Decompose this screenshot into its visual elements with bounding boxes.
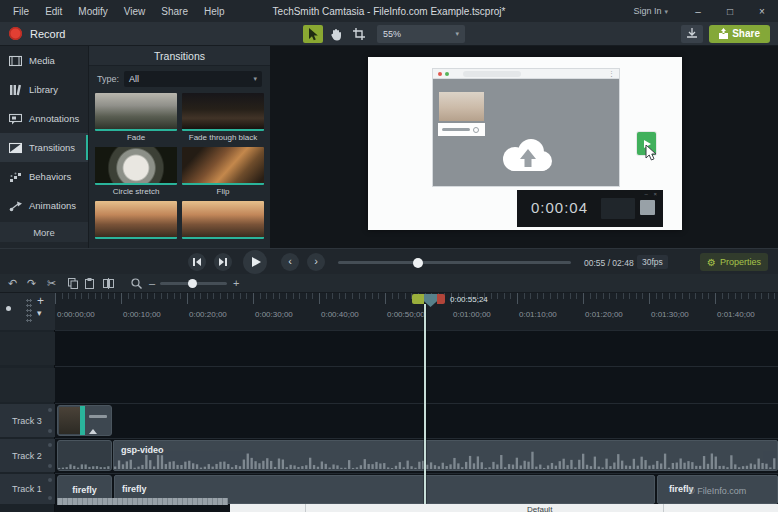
paste-icon	[85, 278, 94, 289]
transitions-icon	[8, 142, 22, 154]
transition-partial[interactable]	[182, 201, 264, 239]
transitions-grid: Fade Fade through black Circle stretch F…	[89, 91, 270, 241]
clip-track2-intro[interactable]	[57, 440, 112, 471]
transition-circle-stretch[interactable]: Circle stretch	[95, 147, 177, 196]
step-forward-button[interactable]	[214, 253, 232, 271]
transition-flip[interactable]: Flip	[182, 147, 264, 196]
callout-marker-icon	[89, 429, 97, 434]
transition-partial[interactable]	[95, 201, 177, 239]
pan-tool-button[interactable]	[326, 25, 346, 43]
transition-fade[interactable]: Fade	[95, 93, 177, 142]
panel-title: Transitions	[89, 46, 270, 66]
crop-icon	[353, 28, 365, 40]
divider	[305, 504, 306, 512]
clip-thumbnail	[59, 407, 80, 434]
sidebar-item-behaviors[interactable]: Behaviors	[0, 162, 88, 191]
transition-fade-through-black[interactable]: Fade through black	[182, 93, 264, 142]
step-backward-button[interactable]	[188, 253, 206, 271]
library-icon	[8, 84, 22, 96]
undo-button[interactable]: ↶	[8, 276, 17, 291]
record-indicator-dot	[6, 306, 11, 311]
playhead-in-handle[interactable]	[412, 294, 424, 304]
toolbar: Record 55% ▾ Share	[0, 22, 778, 46]
previous-clip-button[interactable]: ‹	[281, 253, 299, 271]
menu-edit[interactable]: Edit	[38, 3, 69, 20]
sidebar-item-media[interactable]: Media	[0, 46, 88, 75]
next-clip-button[interactable]: ›	[307, 253, 325, 271]
menu-share[interactable]: Share	[154, 3, 195, 20]
ruler-label: 0:01:00;00	[453, 310, 491, 319]
preview-scrubber[interactable]	[338, 261, 571, 264]
mouse-cursor-icon	[645, 145, 658, 165]
menu-view[interactable]: View	[117, 3, 153, 20]
play-button[interactable]	[243, 250, 267, 274]
transition-type-select[interactable]: All ▾	[124, 71, 262, 87]
sidebar-item-transitions[interactable]: Transitions	[0, 133, 88, 162]
playhead-time: 0:00:55;24	[450, 295, 488, 304]
hand-icon	[330, 28, 342, 41]
ruler-label: 0:00:40;00	[321, 310, 359, 319]
widget-window-controls: – ×	[644, 191, 659, 197]
menu-file[interactable]: File	[6, 3, 36, 20]
bottom-artifact-strip	[57, 498, 228, 505]
browser-tab	[463, 71, 521, 77]
cursor-tool-button[interactable]	[303, 25, 323, 43]
gear-icon: ⚙	[707, 257, 716, 268]
collapse-tracks-button[interactable]: ▾	[37, 308, 42, 318]
clip-track3-transition[interactable]	[57, 405, 112, 436]
track-header-column: + ▾ Track 3 Track 2 Track 1	[0, 293, 55, 512]
transition-thumbnail	[182, 201, 264, 239]
zoom-out-button[interactable]: –	[149, 276, 155, 291]
share-button[interactable]: Share	[709, 25, 770, 43]
track-header-track3[interactable]: Track 3	[0, 404, 55, 437]
sidebar-item-annotations[interactable]: Annotations	[0, 104, 88, 133]
playhead-line[interactable]	[424, 304, 426, 505]
copy-button[interactable]	[68, 276, 78, 289]
split-icon	[103, 278, 114, 289]
preview-canvas[interactable]: ⋮	[368, 57, 682, 230]
paste-button[interactable]	[85, 276, 94, 289]
sign-in-button[interactable]: Sign In▾	[633, 6, 668, 16]
preview-area: ⋮	[270, 46, 778, 248]
play-icon	[252, 257, 261, 267]
crop-tool-button[interactable]	[349, 25, 369, 43]
record-button[interactable]: Record	[0, 27, 65, 40]
transition-marker[interactable]	[80, 406, 85, 435]
default-partial-label: Default	[527, 505, 552, 512]
scrubber-handle[interactable]	[413, 258, 423, 268]
clip-gsp-video[interactable]: gsp-video	[113, 440, 778, 471]
sidebar-item-library[interactable]: Library	[0, 75, 88, 104]
track-header-track1[interactable]: Track 1	[0, 474, 55, 504]
playhead-out-handle[interactable]	[437, 294, 445, 304]
minimize-button[interactable]: –	[682, 3, 714, 20]
canvas-zoom-select[interactable]: 55% ▾	[377, 25, 465, 43]
behaviors-icon	[8, 171, 22, 183]
split-button[interactable]	[103, 276, 114, 289]
track-header-track2[interactable]: Track 2	[0, 439, 55, 472]
maximize-button[interactable]: □	[714, 3, 746, 20]
widget-panel	[601, 198, 635, 219]
zoom-slider-handle[interactable]	[188, 279, 197, 288]
camtasia-window: File Edit Modify View Share Help TechSmi…	[0, 0, 778, 512]
timeline-zoom-button[interactable]	[131, 276, 142, 289]
close-button[interactable]: ×	[746, 3, 778, 20]
timeline-zoom-slider[interactable]	[160, 282, 227, 285]
menu-modify[interactable]: Modify	[71, 3, 114, 20]
stop-icon	[640, 200, 655, 215]
cut-button[interactable]: ✂	[47, 276, 56, 291]
zoom-in-button[interactable]: +	[233, 276, 239, 291]
record-icon	[9, 27, 22, 40]
audio-waveform	[114, 449, 777, 469]
recording-timer-widget: – × 0:00:04	[517, 190, 663, 227]
transition-thumbnail	[182, 93, 264, 131]
add-track-button[interactable]: +	[37, 294, 44, 308]
redo-button[interactable]: ↷	[27, 276, 36, 291]
menu-bar: File Edit Modify View Share Help	[0, 3, 232, 20]
browser-menu-icon: ⋮	[608, 69, 615, 79]
properties-button[interactable]: ⚙ Properties	[700, 253, 768, 271]
sidebar-more-button[interactable]: More	[0, 222, 88, 242]
drag-grip-icon[interactable]	[26, 298, 32, 322]
download-button[interactable]	[681, 25, 703, 43]
menu-help[interactable]: Help	[197, 3, 232, 20]
sidebar-item-animations[interactable]: Animations	[0, 191, 88, 220]
